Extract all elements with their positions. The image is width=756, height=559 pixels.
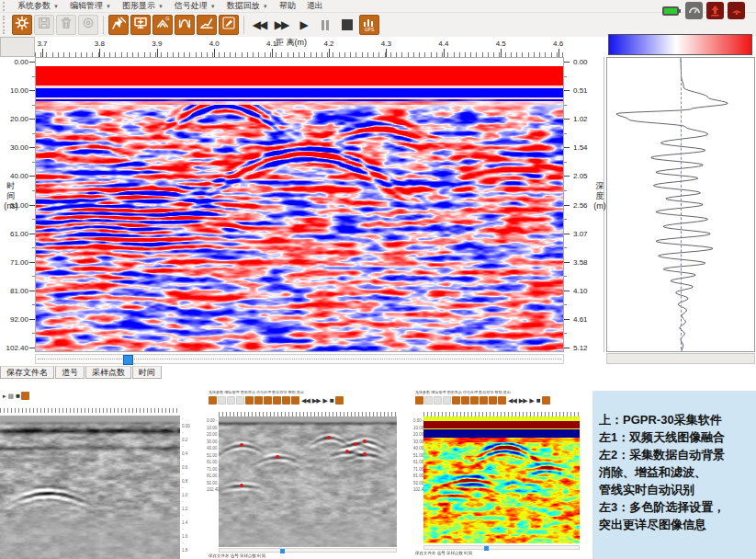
axis-tick bbox=[564, 176, 570, 177]
axis-tick bbox=[564, 234, 570, 234]
axis-tick bbox=[564, 291, 570, 291]
distance-tick bbox=[386, 49, 387, 57]
save-icon bbox=[37, 16, 51, 34]
play-button[interactable]: ▶ bbox=[292, 15, 314, 35]
pipeline-marker-dot bbox=[240, 484, 243, 487]
status-tab-3[interactable]: 时间 bbox=[132, 366, 162, 379]
menu-item-label: 编辑管理 bbox=[70, 0, 103, 12]
mini-playback-icon: ▶▶ bbox=[519, 397, 527, 405]
stop-button[interactable] bbox=[336, 15, 358, 35]
axis-tick bbox=[564, 147, 570, 148]
status-bar: 保存文件名道号采样点数时间 bbox=[0, 366, 163, 379]
menu-item-1[interactable]: 编辑管理▼ bbox=[64, 0, 117, 12]
mini-scroll-thumb-3 bbox=[484, 546, 489, 551]
pipeline-marker-dot bbox=[363, 439, 367, 443]
mini-pause-icon: ▮▮ bbox=[8, 393, 14, 400]
distance-tick bbox=[157, 49, 158, 57]
hyperbola-detect-button[interactable] bbox=[175, 15, 195, 35]
axis-tick bbox=[564, 348, 570, 348]
display-settings-button[interactable] bbox=[130, 15, 151, 35]
axis-minor-tick bbox=[564, 133, 567, 134]
auto-gain-button[interactable]: G bbox=[152, 15, 173, 35]
menu-item-2[interactable]: 图形显示▼ bbox=[117, 0, 169, 12]
axis-minor-tick bbox=[564, 276, 567, 277]
distance-tick bbox=[99, 49, 100, 57]
gain-curve-button[interactable] bbox=[197, 15, 217, 35]
trace-center-line bbox=[681, 60, 682, 349]
time-tick-label: 92.00 bbox=[10, 314, 28, 323]
thumbnail-auto-recognition: 系统参数 编辑管理 图形显示 信号处理 数据回放 帮助 退出 ◀◀▶▶▶■ 0.… bbox=[207, 390, 404, 559]
depth-tick-label: 3.07 bbox=[573, 229, 588, 237]
mini-arch-icon bbox=[480, 396, 488, 405]
menu-item-label: 信号处理 bbox=[175, 0, 208, 12]
rewind-button[interactable]: ◀◀ bbox=[248, 15, 270, 35]
caption-line-2: 左2：采集数据自动背景 bbox=[599, 446, 750, 463]
gps-button[interactable]: GPS bbox=[359, 15, 379, 35]
mini-ruler-1 bbox=[0, 408, 180, 413]
distance-tick bbox=[272, 49, 273, 57]
arch-icon bbox=[177, 16, 192, 34]
menu-item-3[interactable]: 信号处理▼ bbox=[169, 0, 221, 12]
mini-scroll-thumb-2 bbox=[280, 549, 285, 553]
caption-line-6: 突出更详尽图像信息 bbox=[599, 516, 750, 533]
chevron-down-icon: ▼ bbox=[263, 4, 268, 9]
settings-button[interactable] bbox=[12, 15, 32, 35]
pipeline-marker-dot bbox=[363, 452, 367, 456]
mini-gps-icon bbox=[21, 392, 29, 400]
axis-minor-tick bbox=[564, 162, 567, 163]
chevron-down-icon: ▼ bbox=[158, 4, 164, 9]
status-tab-1[interactable]: 道号 bbox=[55, 366, 85, 379]
chevron-down-icon: ▼ bbox=[106, 4, 111, 9]
top-distance-ruler: 距 离(m) 3.73.83.94.04.14.24.34.44.54.6 bbox=[35, 37, 564, 57]
mini-stop-icon: ■ bbox=[536, 396, 540, 405]
fast-forward-button[interactable]: ▶▶ bbox=[270, 15, 292, 35]
menu-item-6[interactable]: 退出 bbox=[301, 0, 329, 12]
depth-tick-label: 2.56 bbox=[573, 200, 588, 209]
mini-stop-icon: ■ bbox=[16, 392, 19, 400]
mini-trash-icon bbox=[227, 396, 235, 405]
menu-item-label: 系统参数 bbox=[17, 0, 51, 12]
pause-button[interactable] bbox=[314, 15, 336, 35]
axis-corner-box bbox=[0, 37, 35, 57]
time-axis-label: 时间(ns) bbox=[1, 181, 21, 211]
menu-item-label: 帮助 bbox=[279, 0, 296, 12]
axis-minor-tick bbox=[564, 304, 567, 305]
menu-item-5[interactable]: 帮助 bbox=[274, 0, 301, 12]
toolbar-grip bbox=[3, 16, 8, 34]
mini-save-icon bbox=[424, 396, 433, 405]
gps-label: GPS bbox=[365, 28, 375, 32]
depth-axis: 0.000.511.021.542.052.563.073.584.104.61… bbox=[564, 57, 604, 352]
pgpr-app-window: 系统参数▼编辑管理▼图形显示▼信号处理▼数据回放▼帮助退出 G◀◀▶▶▶GPS … bbox=[0, 0, 756, 559]
distance-axis-label: 距 离(m) bbox=[276, 37, 307, 49]
marker-pin-button[interactable] bbox=[108, 15, 129, 35]
pin-icon bbox=[111, 16, 126, 34]
menu-item-label: 退出 bbox=[307, 0, 323, 12]
gear-icon bbox=[15, 16, 29, 34]
pipeline-marker-dot bbox=[345, 450, 349, 453]
depth-tick-label: 2.05 bbox=[573, 172, 588, 180]
axis-minor-tick bbox=[564, 190, 567, 191]
status-tab-0[interactable]: 保存文件名 bbox=[0, 366, 54, 379]
pipeline-marker-dot bbox=[240, 443, 243, 447]
pipeline-marker-dot bbox=[276, 455, 279, 459]
pipeline-marker-dot bbox=[354, 442, 357, 446]
mini-brush-icon bbox=[498, 396, 506, 405]
mini-menu-3: 系统参数 编辑管理 图形显示 信号处理 数据回放 帮助 退出 bbox=[415, 390, 511, 395]
filter-brush-button[interactable] bbox=[219, 15, 239, 35]
time-tick-label: 71.00 bbox=[10, 257, 28, 266]
distance-tick bbox=[559, 49, 559, 57]
mini-stop-icon: ■ bbox=[330, 396, 333, 405]
status-tab-2[interactable]: 采样点数 bbox=[85, 366, 131, 379]
horizontal-scrollbar[interactable] bbox=[35, 354, 564, 364]
distance-tick-label: 3.8 bbox=[95, 40, 105, 48]
axis-tick bbox=[564, 262, 570, 263]
menu-item-0[interactable]: 系统参数▼ bbox=[12, 0, 64, 12]
mini-gps-icon bbox=[335, 396, 344, 405]
scrollbar-thumb[interactable] bbox=[123, 355, 133, 365]
menu-grip bbox=[3, 2, 9, 11]
depth-tick-label: 4.61 bbox=[573, 314, 588, 323]
menu-item-4[interactable]: 数据回放▼ bbox=[221, 0, 274, 12]
time-tick-label: 61.00 bbox=[10, 229, 28, 237]
mini-gps-icon bbox=[542, 396, 550, 405]
axis-minor-tick bbox=[564, 219, 567, 220]
